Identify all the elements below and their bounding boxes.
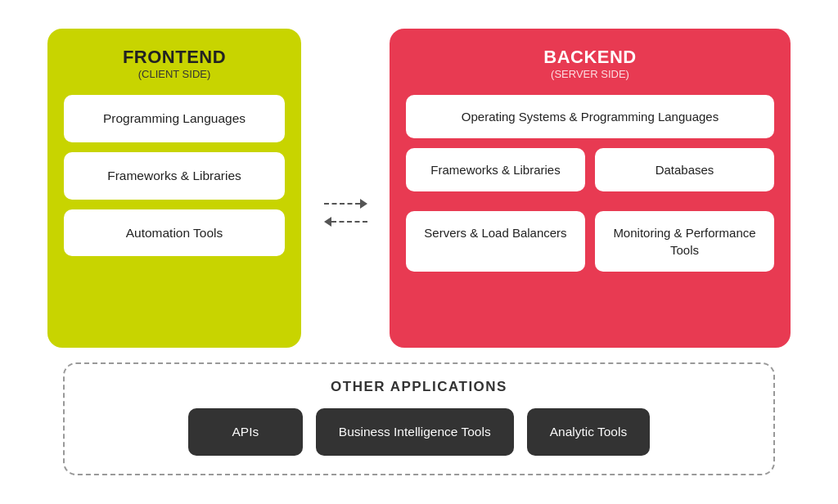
frontend-title: FRONTEND	[123, 47, 226, 68]
diagram-wrapper: FRONTEND (CLIENT SIDE) Programming Langu…	[18, 12, 820, 492]
card-os-programming: Operating Systems & Programming Language…	[406, 95, 774, 138]
card-frameworks-libraries: Frameworks & Libraries	[64, 152, 285, 200]
other-apps-box: OTHER APPLICATIONS APIs Business Intelli…	[63, 362, 775, 475]
top-row: FRONTEND (CLIENT SIDE) Programming Langu…	[26, 29, 812, 348]
backend-title: BACKEND	[543, 47, 637, 68]
card-databases: Databases	[595, 148, 774, 191]
card-business-intelligence: Business Intelligence Tools	[316, 408, 514, 456]
card-programming-languages: Programming Languages	[64, 95, 285, 142]
dashed-line-right	[324, 203, 360, 205]
frontend-box: FRONTEND (CLIENT SIDE) Programming Langu…	[47, 29, 301, 348]
backend-box: BACKEND (SERVER SIDE) Operating Systems …	[390, 29, 791, 348]
arrowhead-right	[360, 199, 367, 209]
arrowhead-left	[324, 217, 331, 227]
card-frameworks-libraries-be: Frameworks & Libraries	[406, 148, 585, 191]
card-automation-tools: Automation Tools	[64, 209, 285, 257]
card-monitoring-performance: Monitoring & Performance Tools	[595, 211, 774, 272]
card-apis: APIs	[188, 408, 303, 456]
other-apps-cards: APIs Business Intelligence Tools Analyti…	[188, 408, 650, 456]
arrow-area	[321, 29, 370, 348]
other-apps-title: OTHER APPLICATIONS	[331, 379, 507, 395]
card-analytic-tools: Analytic Tools	[527, 408, 650, 456]
arrow-right	[324, 199, 367, 209]
dashed-line-left	[331, 221, 367, 223]
arrow-left	[324, 217, 367, 227]
backend-subtitle: (SERVER SIDE)	[551, 68, 629, 80]
card-servers-load: Servers & Load Balancers	[406, 211, 585, 272]
frontend-subtitle: (CLIENT SIDE)	[138, 68, 211, 80]
backend-grid: Frameworks & Libraries Databases Servers…	[406, 148, 774, 281]
